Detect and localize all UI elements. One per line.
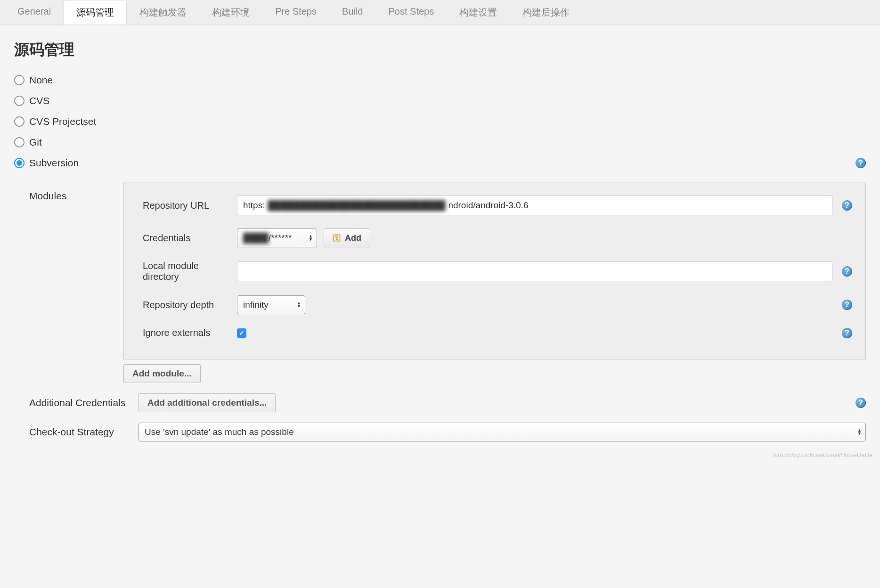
radio-label: CVS Projectset xyxy=(29,116,96,127)
credentials-select[interactable]: ████/****** ▲▼ xyxy=(237,229,317,247)
repository-depth-label: Repository depth xyxy=(143,300,237,310)
section-title: 源码管理 xyxy=(14,40,866,60)
tab-general[interactable]: General xyxy=(5,0,64,24)
radio-icon xyxy=(14,96,24,106)
add-module-button[interactable]: Add module... xyxy=(123,364,201,383)
radio-label: Git xyxy=(29,137,42,148)
scm-radio-group: None CVS CVS Projectset Git Subversion ? xyxy=(14,74,866,169)
radio-icon xyxy=(14,158,24,168)
radio-label: CVS xyxy=(29,95,49,106)
help-icon[interactable]: ? xyxy=(842,328,852,338)
local-module-dir-input[interactable] xyxy=(237,261,832,281)
chevron-updown-icon: ▲▼ xyxy=(297,302,301,308)
help-icon[interactable]: ? xyxy=(842,266,852,277)
watermark-text: http://blog.csdn.net/smallHorseDaDa xyxy=(773,451,872,458)
tab-build-settings[interactable]: 构建设置 xyxy=(447,0,510,24)
scm-option-none[interactable]: None xyxy=(14,74,866,86)
radio-icon xyxy=(14,116,24,127)
repository-url-label: Repository URL xyxy=(143,200,237,211)
module-box: Repository URL https: ██████████████████… xyxy=(123,182,866,359)
help-icon[interactable]: ? xyxy=(842,200,852,211)
ignore-externals-checkbox[interactable]: ✓ xyxy=(237,328,246,338)
tab-post-steps[interactable]: Post Steps xyxy=(375,0,447,24)
scm-option-subversion[interactable]: Subversion xyxy=(14,157,79,169)
scm-option-git[interactable]: Git xyxy=(14,137,866,148)
checkout-strategy-label: Check-out Strategy xyxy=(29,426,139,438)
modules-label: Modules xyxy=(29,182,123,383)
chevron-updown-icon: ▲▼ xyxy=(309,235,313,241)
checkout-strategy-select[interactable]: Use 'svn update' as much as possible ▲▼ xyxy=(139,423,866,441)
radio-label: None xyxy=(29,74,53,86)
tab-build-env[interactable]: 构建环境 xyxy=(199,0,262,24)
tab-build[interactable]: Build xyxy=(329,0,375,24)
repository-depth-select[interactable]: infinity ▲▼ xyxy=(237,295,305,314)
radio-icon xyxy=(14,75,24,85)
additional-credentials-label: Additional Credentials xyxy=(29,397,139,408)
local-module-dir-label: Local module directory xyxy=(143,261,237,282)
tab-build-triggers[interactable]: 构建触发器 xyxy=(127,0,199,24)
scm-option-cvs-projectset[interactable]: CVS Projectset xyxy=(14,116,866,127)
tab-scm[interactable]: 源码管理 xyxy=(64,0,127,24)
credentials-label: Credentials xyxy=(143,233,237,244)
repository-url-input[interactable]: https: ████████████████████████████ ndro… xyxy=(237,196,832,215)
chevron-updown-icon: ▲▼ xyxy=(857,429,862,435)
add-additional-credentials-button[interactable]: Add additional credentials... xyxy=(139,393,276,412)
tab-post-build[interactable]: 构建后操作 xyxy=(510,0,582,24)
ignore-externals-label: Ignore externals xyxy=(143,327,237,338)
scm-option-cvs[interactable]: CVS xyxy=(14,95,866,106)
radio-label: Subversion xyxy=(29,157,79,169)
key-icon: ⚿ xyxy=(333,233,341,243)
help-icon[interactable]: ? xyxy=(842,300,852,310)
radio-icon xyxy=(14,137,24,147)
help-icon[interactable]: ? xyxy=(856,398,866,408)
help-icon[interactable]: ? xyxy=(856,158,866,168)
config-tabs: General 源码管理 构建触发器 构建环境 Pre Steps Build … xyxy=(0,0,880,25)
add-credentials-button[interactable]: ⚿ Add xyxy=(324,229,370,247)
tab-pre-steps[interactable]: Pre Steps xyxy=(262,0,329,24)
